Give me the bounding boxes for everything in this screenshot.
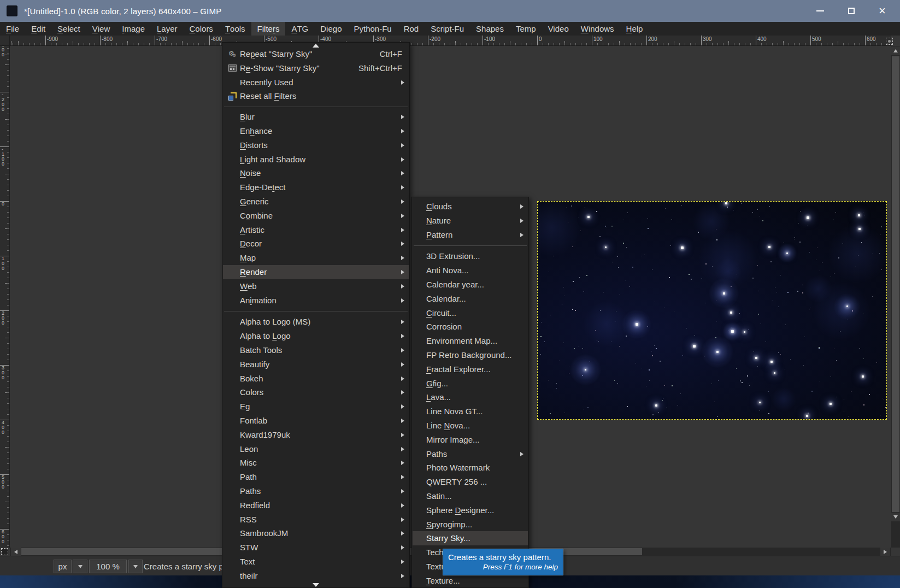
filters-menu-item-alpha-to-logo-ms[interactable]: Alpha to Logo (MS) <box>223 315 409 329</box>
filters-menu-item-text[interactable]: Text <box>223 555 409 569</box>
render-submenu-item-lava[interactable]: Lava... <box>413 390 528 404</box>
render-submenu-item-satin[interactable]: Satin... <box>413 489 528 503</box>
render-submenu-item-3d-extrusion[interactable]: 3D Extrusion... <box>413 249 528 263</box>
filters-menu-item-combine[interactable]: Combine <box>223 209 409 223</box>
menu-scroll-down[interactable] <box>223 583 409 587</box>
zoom-selector[interactable]: 100 % <box>89 560 127 573</box>
zoom-follow-window-icon[interactable] <box>886 38 893 45</box>
menubar-item-video[interactable]: Video <box>542 22 575 36</box>
filters-menu-item-light-and-shadow[interactable]: Light and Shadow <box>223 152 409 167</box>
filters-menu-item-decor[interactable]: Decor <box>223 237 409 251</box>
filters-menu-item-render[interactable]: Render <box>223 265 409 279</box>
filters-menu-item-re-show-starry-sky[interactable]: Re-Show "Starry Sky"Shift+Ctrl+F <box>223 61 409 75</box>
filters-menu-item-eg[interactable]: Eg <box>223 399 409 414</box>
menubar-item-atg[interactable]: ATG <box>285 22 314 36</box>
scroll-left-button[interactable] <box>11 548 21 556</box>
menubar-item-edit[interactable]: Edit <box>25 22 51 36</box>
render-submenu-item-nature[interactable]: Nature <box>413 214 528 228</box>
filters-menu-item-colors[interactable]: Colors <box>223 385 409 399</box>
render-submenu-item-environment-map[interactable]: Environment Map... <box>413 334 528 348</box>
render-submenu-item-spyrogimp[interactable]: Spyrogimp... <box>413 518 528 532</box>
menubar-item-help[interactable]: Help <box>620 22 649 36</box>
filters-menu-item-bokeh[interactable]: Bokeh <box>223 372 409 386</box>
quick-mask-toggle[interactable] <box>1 548 8 555</box>
filters-menu-item-repeat-starry-sky[interactable]: Repeat "Starry Sky"Ctrl+F <box>223 47 409 61</box>
filters-menu-item-batch-tools[interactable]: Batch Tools <box>223 343 409 357</box>
menubar-item-temp[interactable]: Temp <box>510 22 542 36</box>
vertical-scroll-thumb[interactable] <box>892 56 899 512</box>
render-submenu-item-texture[interactable]: Texture... <box>413 574 528 588</box>
menubar-item-script-fu[interactable]: Script-Fu <box>425 22 470 36</box>
filters-menu-item-blur[interactable]: Blur <box>223 110 409 124</box>
filters-menu-item-artistic[interactable]: Artistic <box>223 223 409 237</box>
render-submenu-item-line-nova[interactable]: Line Nova... <box>413 419 528 433</box>
menu-item-label: Fontlab <box>240 414 267 428</box>
menubar-item-file[interactable]: File <box>0 22 25 36</box>
render-submenu-item-gfig[interactable]: Gfig... <box>413 377 528 391</box>
zoom-dropdown-button[interactable] <box>128 560 143 573</box>
unit-dropdown-button[interactable] <box>73 560 87 573</box>
filters-menu-item-beautify[interactable]: Beautify <box>223 357 409 372</box>
render-submenu-item-paths[interactable]: Paths <box>413 447 528 461</box>
filters-menu-item-path[interactable]: Path <box>223 470 409 484</box>
filters-menu-item-recently-used[interactable]: Recently Used <box>223 75 409 90</box>
filters-menu-item-animation[interactable]: Animation <box>223 293 409 308</box>
filters-menu-item-edge-detect[interactable]: Edge-Detect <box>223 180 409 195</box>
filters-menu-item-kward1979uk[interactable]: Kward1979uk <box>223 428 409 442</box>
menubar-item-rod[interactable]: Rod <box>398 22 425 36</box>
render-submenu-item-corrosion[interactable]: Corrosion <box>413 320 528 334</box>
filters-menu-item-leon[interactable]: Leon <box>223 442 409 456</box>
menubar-item-diego[interactable]: Diego <box>314 22 348 36</box>
render-submenu-item-starry-sky[interactable]: Starry Sky... <box>413 531 528 545</box>
filters-menu-item-enhance[interactable]: Enhance <box>223 124 409 138</box>
vertical-scrollbar[interactable] <box>891 46 900 548</box>
render-submenu-item-fractal-explorer[interactable]: Fractal Explorer... <box>413 362 528 377</box>
scroll-down-button[interactable] <box>891 513 900 521</box>
maximize-button[interactable] <box>836 0 867 22</box>
filters-menu-item-generic[interactable]: Generic <box>223 195 409 209</box>
filters-menu-item-fontlab[interactable]: Fontlab <box>223 414 409 428</box>
filters-menu-item-web[interactable]: Web <box>223 279 409 293</box>
scroll-up-button[interactable] <box>891 46 900 55</box>
menubar-item-select[interactable]: Select <box>51 22 86 36</box>
render-submenu-item-pattern[interactable]: Pattern <box>413 228 528 242</box>
menubar-item-shapes[interactable]: Shapes <box>470 22 510 36</box>
close-button[interactable]: × <box>867 0 898 22</box>
menubar-item-tools[interactable]: Tools <box>219 22 251 36</box>
menubar-item-python-fu[interactable]: Python-Fu <box>348 22 397 36</box>
bright-star <box>858 228 861 230</box>
menubar-item-view[interactable]: View <box>86 22 116 36</box>
menubar-item-image[interactable]: Image <box>116 22 151 36</box>
filters-menu-item-misc[interactable]: Misc <box>223 456 409 470</box>
render-submenu-item-calendar[interactable]: Calendar... <box>413 292 528 306</box>
filters-menu-item-rss[interactable]: RSS <box>223 513 409 527</box>
filters-menu-item-sambrookjm[interactable]: SambrookJM <box>223 526 409 540</box>
render-submenu-item-qwerty-256[interactable]: QWERTY 256 ... <box>413 475 528 489</box>
menubar-item-colors[interactable]: Colors <box>184 22 219 36</box>
filters-menu-item-noise[interactable]: Noise <box>223 166 409 180</box>
menubar-item-windows[interactable]: Windows <box>575 22 620 36</box>
filters-menu-item-redfield[interactable]: Redfield <box>223 498 409 513</box>
starry-sky-image[interactable] <box>537 201 887 420</box>
render-submenu-item-calendar-year[interactable]: Calendar year... <box>413 278 528 292</box>
render-submenu-item-mirror-image[interactable]: Mirror Image... <box>413 433 528 447</box>
filters-menu-item-map[interactable]: Map <box>223 251 409 265</box>
scroll-right-button[interactable] <box>880 548 890 556</box>
render-submenu-item-sphere-designer[interactable]: Sphere Designer... <box>413 503 528 518</box>
menubar-item-filters[interactable]: Filters <box>251 22 286 36</box>
render-submenu-item-line-nova-gt[interactable]: Line Nova GT... <box>413 404 528 419</box>
filters-menu-item-paths[interactable]: Paths <box>223 484 409 498</box>
unit-selector[interactable]: px <box>54 560 72 573</box>
menubar-item-layer[interactable]: Layer <box>151 22 184 36</box>
minimize-button[interactable] <box>804 0 836 22</box>
filters-menu-item-theilr[interactable]: theilr <box>223 569 409 583</box>
render-submenu-item-fp-retro-background[interactable]: FP Retro Background... <box>413 348 528 362</box>
filters-menu-item-reset-all-filters[interactable]: Reset all Filters <box>223 89 409 103</box>
render-submenu-item-photo-watermark[interactable]: Photo Watermark <box>413 461 528 475</box>
filters-menu-item-alpha-to-logo[interactable]: Alpha to Logo <box>223 329 409 343</box>
render-submenu-item-anti-nova[interactable]: Anti Nova... <box>413 263 528 278</box>
render-submenu-item-clouds[interactable]: Clouds <box>413 199 528 214</box>
render-submenu-item-circuit[interactable]: Circuit... <box>413 306 528 320</box>
filters-menu-item-distorts[interactable]: Distorts <box>223 138 409 152</box>
filters-menu-item-stw[interactable]: STW <box>223 540 409 555</box>
